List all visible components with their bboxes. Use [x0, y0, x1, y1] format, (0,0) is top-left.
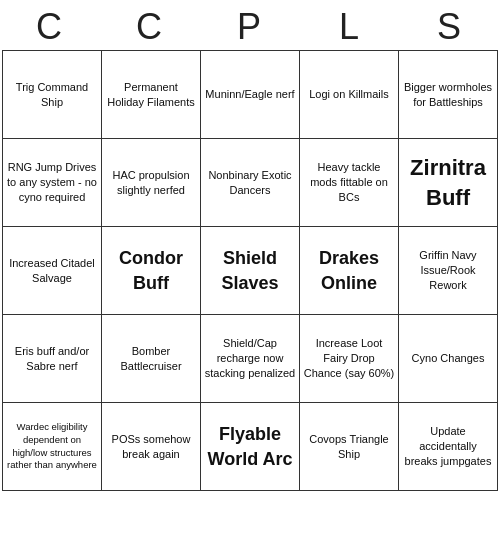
bingo-grid: Trig Command ShipPermanent Holiday Filam… [2, 50, 498, 491]
title-letter-3: L [300, 6, 400, 48]
bingo-title: CCPLS [0, 0, 500, 50]
bingo-cell-0-3: Logi on Killmails [300, 51, 399, 139]
bingo-cell-4-3: Covops Triangle Ship [300, 403, 399, 491]
bingo-cell-2-3: Drakes Online [300, 227, 399, 315]
bingo-cell-1-2: Nonbinary Exotic Dancers [201, 139, 300, 227]
title-letter-1: C [100, 6, 200, 48]
bingo-cell-4-4: Update accidentally breaks jumpgates [399, 403, 498, 491]
bingo-cell-2-2: Shield Slaves [201, 227, 300, 315]
bingo-cell-1-4: Zirnitra Buff [399, 139, 498, 227]
bingo-cell-3-3: Increase Loot Fairy Drop Chance (say 60%… [300, 315, 399, 403]
bingo-cell-3-2: Shield/Cap recharge now stacking penaliz… [201, 315, 300, 403]
bingo-cell-1-0: RNG Jump Drives to any system - no cyno … [3, 139, 102, 227]
title-letter-0: C [0, 6, 100, 48]
bingo-cell-0-4: Bigger wormholes for Battleships [399, 51, 498, 139]
bingo-cell-2-1: Condor Buff [102, 227, 201, 315]
bingo-cell-3-1: Bomber Battlecruiser [102, 315, 201, 403]
bingo-cell-0-0: Trig Command Ship [3, 51, 102, 139]
bingo-cell-2-4: Griffin Navy Issue/Rook Rework [399, 227, 498, 315]
bingo-cell-3-0: Eris buff and/or Sabre nerf [3, 315, 102, 403]
title-letter-4: S [400, 6, 500, 48]
bingo-cell-1-3: Heavy tackle mods fittable on BCs [300, 139, 399, 227]
bingo-cell-1-1: HAC propulsion slightly nerfed [102, 139, 201, 227]
bingo-cell-2-0: Increased Citadel Salvage [3, 227, 102, 315]
title-letter-2: P [200, 6, 300, 48]
bingo-cell-4-2: Flyable World Arc [201, 403, 300, 491]
bingo-cell-3-4: Cyno Changes [399, 315, 498, 403]
bingo-cell-4-0: Wardec eligibility dependent on high/low… [3, 403, 102, 491]
bingo-cell-0-2: Muninn/Eagle nerf [201, 51, 300, 139]
bingo-cell-0-1: Permanent Holiday Filaments [102, 51, 201, 139]
bingo-cell-4-1: POSs somehow break again [102, 403, 201, 491]
